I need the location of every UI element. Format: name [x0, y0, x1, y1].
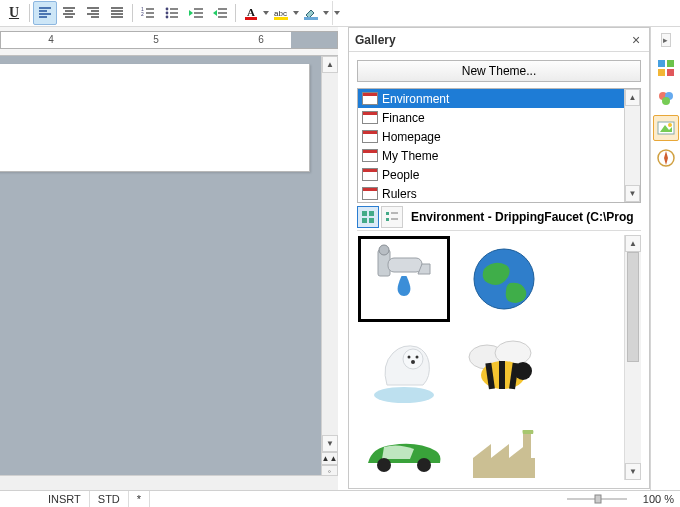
theme-icon	[362, 111, 378, 124]
svg-point-57	[411, 360, 415, 364]
scroll-up-icon[interactable]: ▲	[625, 235, 641, 252]
svg-point-64	[514, 362, 532, 380]
scroll-down-icon[interactable]: ▼	[625, 463, 641, 480]
horizontal-ruler[interactable]: 4 5 6	[0, 27, 338, 56]
svg-rect-67	[473, 458, 535, 478]
svg-rect-45	[386, 218, 389, 221]
svg-marker-69	[491, 444, 509, 458]
theme-item-homepage[interactable]: Homepage	[358, 127, 624, 146]
highlight-button[interactable]: abc	[269, 1, 293, 25]
separator	[29, 4, 30, 22]
indent-increase-button[interactable]	[208, 1, 232, 25]
sidebar-rail: ▸	[650, 27, 680, 490]
svg-point-65	[377, 458, 391, 472]
svg-marker-34	[213, 10, 217, 16]
scroll-up-icon[interactable]: ▲	[625, 89, 640, 106]
align-left-button[interactable]	[33, 1, 57, 25]
theme-item-environment[interactable]: Environment	[358, 89, 624, 108]
status-insert-mode[interactable]: INSRT	[40, 491, 90, 507]
theme-list-scrollbar[interactable]: ▲ ▼	[624, 89, 641, 202]
thumbnail-drippingfaucet[interactable]	[359, 237, 449, 321]
toolbar-overflow[interactable]	[332, 1, 340, 25]
styles-deck-button[interactable]	[653, 85, 679, 111]
status-selection-mode[interactable]: STD	[90, 491, 129, 507]
separator	[235, 4, 236, 22]
svg-rect-62	[499, 361, 505, 389]
thumbnail-car[interactable]	[359, 413, 449, 480]
svg-rect-44	[386, 212, 389, 215]
scroll-down-icon[interactable]: ▼	[625, 185, 640, 202]
svg-rect-36	[245, 17, 257, 20]
list-number-button[interactable]: 12	[136, 1, 160, 25]
theme-icon	[362, 130, 378, 143]
gallery-thumbnails: ▲ ▼	[357, 235, 641, 480]
theme-icon	[362, 187, 378, 200]
thumbnail-earth[interactable]	[459, 237, 549, 321]
svg-point-55	[408, 356, 411, 359]
svg-rect-73	[667, 60, 674, 67]
properties-deck-button[interactable]	[653, 55, 679, 81]
theme-item-mytheme[interactable]: My Theme	[358, 146, 624, 165]
svg-point-56	[416, 356, 419, 359]
new-theme-button[interactable]: New Theme...	[357, 60, 641, 82]
svg-text:A: A	[247, 6, 255, 18]
separator	[132, 4, 133, 22]
svg-rect-40	[362, 211, 367, 216]
icon-view-button[interactable]	[357, 206, 379, 228]
background-color-button[interactable]	[299, 1, 323, 25]
svg-rect-85	[595, 495, 601, 503]
thumbnail-bee[interactable]	[459, 325, 549, 409]
scrollbar-thumb[interactable]	[627, 252, 639, 362]
font-color-button[interactable]: A	[239, 1, 263, 25]
svg-text:2: 2	[141, 11, 144, 17]
indent-decrease-button[interactable]	[184, 1, 208, 25]
theme-item-people[interactable]: People	[358, 165, 624, 184]
underline-button[interactable]: U	[2, 1, 26, 25]
align-justify-button[interactable]	[105, 1, 129, 25]
detail-view-button[interactable]	[381, 206, 403, 228]
svg-rect-43	[369, 218, 374, 223]
gallery-title: Gallery	[355, 33, 629, 47]
theme-icon	[362, 168, 378, 181]
align-center-button[interactable]	[57, 1, 81, 25]
svg-rect-41	[369, 211, 374, 216]
vertical-scrollbar[interactable]: ▲ ▼	[321, 56, 338, 452]
close-icon[interactable]: ×	[629, 33, 643, 47]
prev-page-button[interactable]: ▲▲	[321, 452, 338, 465]
status-modified-icon[interactable]: *	[129, 491, 150, 507]
svg-point-50	[379, 245, 389, 255]
svg-rect-38	[274, 17, 288, 20]
zoom-slider[interactable]	[567, 493, 637, 505]
thumbnail-scrollbar[interactable]: ▲ ▼	[624, 235, 641, 480]
sidebar-toggle[interactable]: ▸	[661, 33, 671, 47]
horizontal-scrollbar[interactable]	[0, 475, 338, 490]
theme-icon	[362, 92, 378, 105]
scroll-up-icon[interactable]: ▲	[322, 56, 338, 73]
gallery-info-text: Environment - DrippingFaucet (C:\Prog	[411, 210, 634, 224]
thumbnail-factory[interactable]	[459, 413, 549, 480]
document-area: ▲ ▼ ▲▲ ◦ ▼▼	[0, 56, 338, 490]
svg-rect-75	[667, 69, 674, 76]
document-page[interactable]	[0, 64, 310, 172]
scroll-down-icon[interactable]: ▼	[322, 435, 338, 452]
list-bullet-button[interactable]	[160, 1, 184, 25]
svg-point-78	[662, 97, 670, 105]
theme-item-rulers[interactable]: Rulers	[358, 184, 624, 202]
svg-text:abc: abc	[274, 9, 287, 18]
background-color-dropdown[interactable]	[323, 1, 329, 25]
svg-point-66	[417, 458, 431, 472]
theme-item-finance[interactable]: Finance	[358, 108, 624, 127]
thumbnail-polarbear[interactable]	[359, 325, 449, 409]
svg-marker-30	[189, 10, 193, 16]
svg-rect-71	[523, 434, 531, 458]
navigator-deck-button[interactable]	[653, 145, 679, 171]
svg-point-21	[166, 8, 169, 11]
svg-rect-49	[388, 258, 422, 272]
svg-rect-74	[658, 69, 665, 76]
align-right-button[interactable]	[81, 1, 105, 25]
zoom-percent[interactable]: 100 %	[643, 493, 674, 505]
theme-icon	[362, 149, 378, 162]
gallery-panel: Gallery × New Theme... Environment Finan…	[348, 27, 650, 489]
svg-rect-42	[362, 218, 367, 223]
gallery-deck-button[interactable]	[653, 115, 679, 141]
